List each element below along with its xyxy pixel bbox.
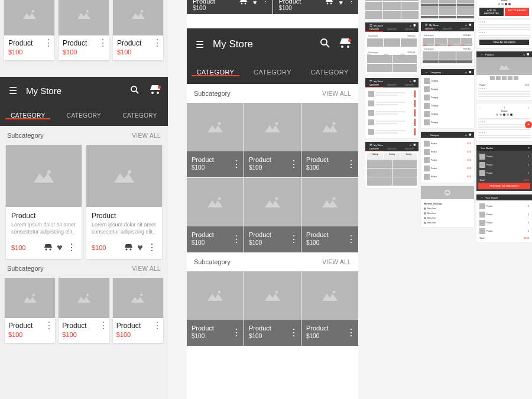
- more-options-icon[interactable]: ⋮: [232, 327, 241, 338]
- product-card[interactable]: Product $100 ♥ ⋮: [273, 0, 359, 14]
- svg-point-11: [129, 248, 131, 250]
- mini-drawer-screen[interactable]: MM Material Mockups Menu Item Menu Item …: [421, 186, 474, 227]
- view-all-link[interactable]: VIEW ALL: [132, 265, 161, 272]
- favourite-icon[interactable]: ♥: [55, 242, 64, 253]
- svg-point-29: [275, 291, 278, 294]
- add-to-cart-icon[interactable]: [124, 242, 133, 253]
- mini-product-detail[interactable]: Variants ADD TO FAVOURITESADD TO BASKET …: [476, 0, 532, 48]
- svg-point-6: [47, 170, 51, 174]
- svg-point-4: [151, 92, 154, 94]
- image-placeholder-icon: [86, 145, 162, 207]
- more-options-icon[interactable]: ⋮: [99, 323, 108, 329]
- product-name: Product: [92, 212, 157, 220]
- add-to-cart-icon[interactable]: [43, 242, 53, 253]
- more-options-icon[interactable]: ⋮: [289, 158, 299, 170]
- mini-title: My Store: [372, 24, 408, 27]
- image-placeholder-icon: [244, 103, 301, 151]
- search-icon[interactable]: [319, 38, 331, 51]
- more-options-icon[interactable]: ⋮: [153, 323, 162, 329]
- mini-basket-dark[interactable]: Your Basket× Product1 Product1 Product1 …: [476, 145, 532, 191]
- view-all-link[interactable]: VIEW ALL: [322, 90, 351, 97]
- add-to-cart-icon[interactable]: [240, 0, 247, 6]
- add-to-cart-icon[interactable]: [326, 0, 333, 6]
- more-options-icon[interactable]: ⋮: [147, 242, 157, 253]
- more-options-icon[interactable]: ⋮: [346, 233, 356, 245]
- svg-point-3: [131, 86, 137, 92]
- svg-point-10: [125, 248, 127, 250]
- product-card[interactable]: Product Lorem ipsum dolor sit amet conse…: [86, 145, 162, 259]
- more-options-icon[interactable]: ⋮: [232, 233, 241, 245]
- view-all-link[interactable]: VIEW ALL: [322, 259, 351, 265]
- mini-product-variants[interactable]: −1+ Variants ★★★★☆ ★★★★☆ +: [476, 103, 532, 141]
- mini-store-overlay[interactable]: ☰My Store⌕⛊ CATEGORYCATEGORYCATEGORY Sub…: [421, 22, 474, 66]
- mini-basket-light[interactable]: ←Your Basket Product1 Product1 Product1 …: [476, 194, 532, 242]
- cart-icon[interactable]: [339, 38, 351, 50]
- category-tab[interactable]: CATEGORY: [0, 112, 56, 119]
- category-tab[interactable]: CATEGORY: [112, 112, 168, 119]
- product-card[interactable]: Product$100⋮: [187, 178, 244, 252]
- subcategory-header: Subcategory VIEW ALL: [187, 84, 358, 103]
- product-card[interactable]: Product$100⋮: [187, 103, 244, 177]
- more-options-icon[interactable]: ⋮: [346, 158, 356, 170]
- product-card[interactable]: Product $100 ⋮: [113, 0, 163, 60]
- more-options-icon[interactable]: ⋮: [289, 233, 299, 245]
- category-tabs: CATEGORY CATEGORY CATEGORY: [0, 105, 168, 126]
- add-favourites-button: ADD TO FAVOURITES: [479, 8, 504, 16]
- svg-point-13: [86, 294, 89, 296]
- checkout-button: PROCEED TO CHECKOUT: [478, 183, 530, 189]
- product-card[interactable]: Product$100⋮: [244, 271, 301, 346]
- mini-sorting-screen[interactable]: ☰My Store⌕⛊ CATEGORYCATEGORYCATEGORY Sor…: [365, 142, 419, 188]
- category-tab[interactable]: CATEGORY: [301, 69, 358, 76]
- cart-icon: ⛊: [413, 24, 416, 27]
- fab-add-button[interactable]: +: [525, 121, 532, 128]
- more-options-icon[interactable]: ⋮: [346, 327, 356, 338]
- product-card-row: Product $100 ♥ ⋮ Product $100 ♥: [187, 0, 358, 14]
- mini-store-grid[interactable]: [365, 0, 419, 19]
- menu-icon[interactable]: ☰: [194, 39, 206, 50]
- cart-icon[interactable]: [149, 85, 161, 96]
- mini-grid-bars[interactable]: [421, 0, 474, 18]
- more-options-icon[interactable]: ⋮: [232, 158, 241, 170]
- product-card[interactable]: Product$100⋮: [244, 178, 301, 252]
- mini-store-screen[interactable]: ☰My Store⌕⛊ CATEGORYCATEGORYCATEGORY Sub…: [365, 22, 419, 74]
- more-options-icon[interactable]: ⋮: [44, 323, 54, 329]
- product-card[interactable]: Product Lorem ipsum dolor sit amet conse…: [6, 145, 82, 259]
- menu-icon[interactable]: ☰: [7, 85, 19, 96]
- product-card[interactable]: Product$100⋮: [301, 178, 358, 252]
- product-description: Lorem ipsum dolor sit amet consectetur a…: [11, 222, 76, 236]
- mini-product-page[interactable]: ←Product⌕⛊ Product$100 ★★★★☆: [476, 51, 532, 100]
- more-options-icon[interactable]: ⋮: [153, 40, 162, 46]
- category-tab[interactable]: CATEGORY: [187, 69, 244, 76]
- product-card[interactable]: Product$100⋮: [301, 103, 358, 177]
- favourite-icon[interactable]: ♥: [339, 0, 343, 6]
- product-card[interactable]: Product $100 ⋮: [59, 278, 109, 343]
- subcategory-label: Subcategory: [7, 265, 44, 272]
- more-options-icon[interactable]: ⋮: [289, 327, 299, 338]
- search-icon[interactable]: [129, 85, 141, 97]
- product-card[interactable]: Product $100 ⋮: [59, 0, 109, 60]
- category-tab[interactable]: CATEGORY: [56, 112, 112, 119]
- mini-review-list[interactable]: ☰My Store⌕⛊ CATEGORYCATEGORYCATEGORY: [365, 78, 419, 138]
- svg-point-1: [86, 10, 88, 12]
- favourite-icon[interactable]: ♥: [135, 242, 145, 253]
- more-options-icon[interactable]: ⋮: [348, 0, 355, 6]
- view-all-link[interactable]: VIEW ALL: [132, 132, 161, 139]
- product-card[interactable]: Product $100 ⋮: [4, 0, 54, 60]
- product-card[interactable]: Product $100 ⋮: [5, 278, 55, 343]
- more-options-icon[interactable]: ⋮: [98, 40, 108, 46]
- more-options-icon[interactable]: ⋮: [262, 0, 269, 6]
- menu-item: Menu Item: [427, 207, 471, 210]
- mini-category-products[interactable]: ←Category⌕⛊ Product$100 Product$100 Prod…: [421, 132, 474, 183]
- image-placeholder-icon: [59, 278, 109, 318]
- product-card[interactable]: Product $100 ⋮: [113, 278, 163, 343]
- product-card[interactable]: Product$100⋮: [244, 103, 301, 177]
- mini-categories-screen[interactable]: ←Categories⌕⛊ Category Category Category…: [421, 69, 474, 128]
- product-card[interactable]: Product $100 ♥ ⋮: [187, 0, 273, 14]
- subcategory-label: Subcategory: [194, 258, 231, 265]
- product-card[interactable]: Product$100⋮: [301, 271, 358, 346]
- product-card[interactable]: Product$100⋮: [187, 271, 244, 346]
- more-options-icon[interactable]: ⋮: [44, 40, 53, 46]
- more-options-icon[interactable]: ⋮: [67, 242, 76, 253]
- favourite-icon[interactable]: ♥: [253, 0, 257, 6]
- category-tab[interactable]: CATEGORY: [244, 69, 301, 76]
